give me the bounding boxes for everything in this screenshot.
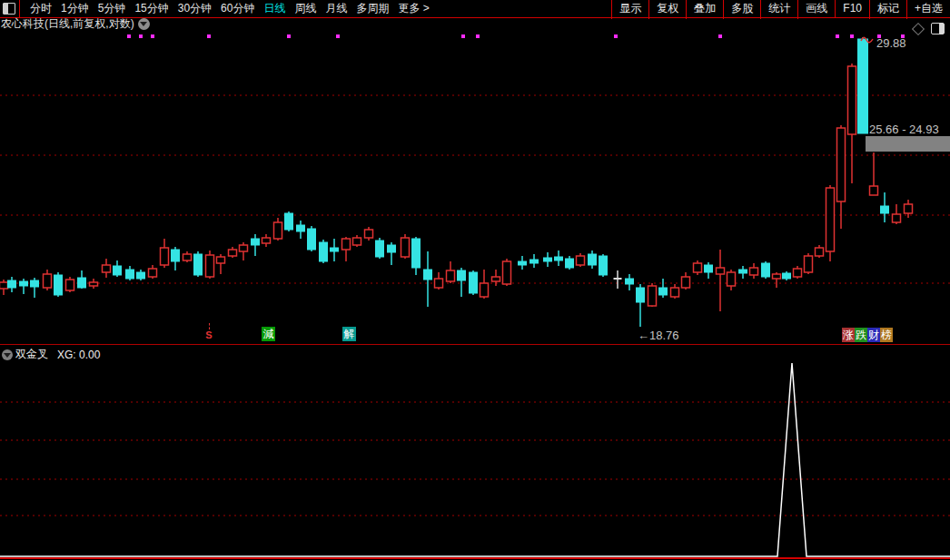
candle-up (44, 274, 52, 288)
period-item[interactable]: 1分钟 (61, 1, 89, 16)
candle-up (435, 279, 443, 288)
period-item[interactable]: 日线 (263, 1, 285, 16)
candle-up (342, 239, 351, 250)
tool-item[interactable]: +自选 (906, 0, 950, 19)
period-item[interactable]: 更多 > (398, 1, 429, 16)
candle-up (717, 268, 725, 274)
candle-up (805, 256, 813, 272)
event-dot (718, 34, 722, 38)
candle-down (172, 250, 180, 261)
candle-down (78, 278, 86, 288)
candle-down (20, 281, 28, 286)
event-dot (461, 34, 465, 38)
period-item[interactable]: 15分钟 (134, 1, 168, 16)
candle-up (826, 188, 835, 251)
quick-badge[interactable]: 涨 (842, 328, 855, 342)
high-price-label: 29.88 (876, 36, 906, 50)
period-item[interactable]: 多周期 (356, 1, 389, 16)
candle-up (353, 238, 361, 245)
tool-item[interactable]: 多股 (723, 0, 760, 19)
tool-item[interactable]: 显示 (611, 0, 648, 19)
candle-down (114, 266, 122, 275)
candle-up (103, 265, 111, 272)
quick-badge[interactable]: 榜 (880, 328, 893, 342)
tool-item[interactable]: 画线 (797, 0, 835, 19)
candle-down (8, 280, 16, 288)
event-dot (139, 34, 143, 38)
indicator-canvas[interactable] (0, 345, 950, 560)
candle-up (240, 245, 248, 251)
candlestick-canvas[interactable]: 29.8825.66 - 24.93←18.76 (0, 30, 950, 344)
candle-down (705, 265, 713, 272)
candle-up (893, 214, 901, 222)
candle-down (388, 245, 396, 252)
candle-up (577, 256, 585, 265)
candle-down (555, 257, 563, 260)
chart-titlebar: 农心科技(日线,前复权,对数) (1, 17, 150, 30)
tool-item[interactable]: 复权 (648, 0, 686, 19)
chevron-down-icon[interactable] (138, 18, 150, 30)
indicator-chevron-icon[interactable] (2, 349, 13, 360)
candle-up (727, 272, 736, 286)
candle-up (492, 277, 500, 281)
low-price-label: ←18.76 (638, 329, 679, 342)
candle-up (773, 274, 781, 279)
candle-down (297, 225, 305, 231)
tools-menu: 显示复权叠加多股统计画线F10标记+自选 (611, 0, 950, 17)
period-item[interactable]: 30分钟 (178, 1, 212, 16)
period-item[interactable]: 5分钟 (98, 1, 126, 16)
candle-down (308, 229, 316, 250)
jian-event-badge[interactable]: 減 (262, 327, 275, 341)
split-view-icon[interactable] (3, 3, 15, 15)
candle-up (365, 230, 373, 238)
period-item[interactable]: 周线 (294, 1, 316, 16)
tool-item[interactable]: 统计 (760, 0, 797, 19)
event-dot (836, 34, 839, 38)
gap-range-label: 25.66 - 24.93 (869, 123, 939, 136)
candle-down (470, 272, 478, 293)
candle-up (694, 263, 702, 272)
candle-up (217, 257, 225, 263)
candle-up (870, 186, 878, 195)
candle-down (458, 270, 466, 280)
candle-up (401, 238, 410, 257)
candle-up (0, 282, 8, 289)
candle-down (519, 261, 527, 265)
dividend-marker-dash (209, 323, 210, 329)
candle-up (794, 269, 802, 277)
period-item[interactable]: 60分钟 (221, 1, 254, 16)
candle-up (503, 261, 511, 284)
candle-down (626, 279, 634, 284)
dividend-marker[interactable]: S (203, 323, 214, 340)
candle-up (816, 248, 824, 256)
event-dot (287, 34, 291, 38)
period-item[interactable]: 分时 (30, 1, 52, 16)
gap-box (866, 136, 950, 152)
candle-down (126, 270, 134, 279)
quick-badge[interactable]: 跌 (855, 328, 867, 342)
stock-title: 农心科技(日线,前复权,对数) (1, 16, 134, 32)
candle-down (530, 260, 539, 263)
quick-badges: 涨跌财榜 (842, 328, 893, 342)
tool-item[interactable]: 叠加 (686, 0, 723, 19)
jie-event-badge[interactable]: 解 (342, 327, 356, 341)
event-dot (207, 34, 211, 38)
period-toolbar: 分时1分钟5分钟15分钟30分钟60分钟日线周线月线多周期更多 > 显示复权叠加… (0, 0, 950, 18)
period-menu: 分时1分钟5分钟15分钟30分钟60分钟日线周线月线多周期更多 > (25, 1, 434, 16)
event-dot (336, 34, 340, 38)
candle-up (837, 128, 846, 201)
indicator-header: 双金叉 XG: 0.00 (2, 347, 100, 362)
event-dot (476, 34, 480, 38)
candle-down (54, 275, 63, 295)
period-item[interactable]: 月线 (325, 1, 347, 16)
indicator-name: 双金叉 (15, 347, 48, 362)
tool-item[interactable]: F10 (835, 0, 869, 17)
tool-item[interactable]: 标记 (869, 0, 906, 19)
candle-up (447, 270, 455, 281)
xg-signal-line (0, 363, 950, 556)
event-dot (127, 34, 131, 38)
quick-badge[interactable]: 财 (867, 328, 880, 342)
candle-down (376, 241, 384, 257)
candle-down (194, 254, 203, 275)
candle-down (285, 213, 293, 230)
